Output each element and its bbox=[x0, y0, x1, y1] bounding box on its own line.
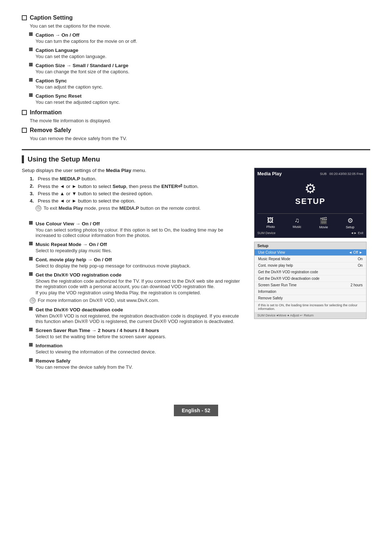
mp-footer: SUM Device ◄► Exit bbox=[257, 231, 363, 235]
caption-sync-reset-item: Caption Sync Reset bbox=[29, 93, 370, 99]
caption-size-label: Caption Size → Small / Standard / Large bbox=[36, 63, 128, 68]
setup-note: Ⓝ To exit Media Play mode, press the MED… bbox=[36, 205, 243, 211]
square-bullet-icon bbox=[29, 78, 33, 82]
caption-setting-section: Caption Setting You can set the captions… bbox=[22, 15, 370, 105]
divx-reg-note: Ⓝ For more information on DivX® VOD, vis… bbox=[30, 298, 243, 303]
caption-sync-reset-desc: You can reset the adjusted caption sync. bbox=[36, 99, 370, 105]
square-bullet-icon bbox=[29, 358, 33, 362]
mp-setup-area: ⚙ SETUP bbox=[257, 179, 363, 210]
caption-sync-desc: You can adjust the caption sync. bbox=[36, 84, 370, 90]
music-repeat-desc: Select to repeatedly play music files. bbox=[36, 248, 243, 253]
step-3: 3. Press the ▲ or ▼ button to select the… bbox=[30, 191, 243, 196]
setup-gear-icon: ⚙ bbox=[305, 182, 316, 195]
divx-reg-item: Get the DivX® VOD registration code bbox=[29, 272, 243, 278]
information-section: Information The movie file information i… bbox=[22, 109, 370, 123]
screen-saver-desc: Select to set the waiting time before th… bbox=[36, 334, 243, 339]
cont-movie-item: Cont. movie play help → On / Off bbox=[29, 257, 243, 262]
setup-steps: 1. Press the MEDIA.P button. 2. Press th… bbox=[30, 176, 243, 204]
caption-sync-label: Caption Sync bbox=[36, 78, 67, 83]
information-title: Information bbox=[30, 109, 62, 116]
sm-row-1: Music Repeat ModeOn bbox=[254, 256, 366, 262]
square-bullet-icon bbox=[29, 328, 33, 331]
footer: English - 52 bbox=[22, 390, 370, 416]
information-heading: Information bbox=[22, 109, 370, 116]
caption-on-off-desc: You can turn the captions for the movie … bbox=[36, 38, 370, 44]
sm-rows: Use Colour View◄ Off ►Music Repeat ModeO… bbox=[254, 249, 366, 302]
cont-movie-desc: Select to display the help pop-up messag… bbox=[36, 263, 243, 269]
checkbox-icon bbox=[22, 15, 27, 20]
movie-icon: 🎬 bbox=[319, 217, 327, 225]
caption-on-off-label: Caption → On / Off bbox=[36, 32, 79, 38]
remove-safely-title: Remove Safely bbox=[30, 127, 71, 134]
setup-menu-title: Using the Setup Menu bbox=[28, 155, 100, 163]
remove-safely-heading: Remove Safely bbox=[22, 127, 370, 134]
setup-label: SETUP bbox=[295, 197, 325, 206]
setup-menu-section: Using the Setup Menu Setup displays the … bbox=[22, 155, 370, 372]
divx-deact-desc: When DivX® VOD is not registered, the re… bbox=[36, 313, 243, 324]
caption-size-desc: You can change the font size of the capt… bbox=[36, 69, 370, 74]
screen-saver-label: Screen Saver Run Time → 2 hours / 4 hour… bbox=[36, 328, 159, 333]
square-bullet-icon bbox=[29, 32, 33, 36]
sm-note: If this is set to ON, the loading time i… bbox=[254, 302, 366, 312]
setup-menu-box: Setup Use Colour View◄ Off ►Music Repeat… bbox=[254, 242, 367, 319]
setup-info-item: Information bbox=[29, 343, 243, 348]
mp-icons-row: 🖼 Photo ♫ Music 🎬 Movie ⚙ Setup bbox=[257, 213, 363, 229]
divx-reg-extra: If you play the VOD registration using M… bbox=[36, 290, 243, 295]
caption-size-item: Caption Size → Small / Standard / Large bbox=[29, 63, 370, 68]
square-bullet-icon bbox=[29, 272, 33, 276]
square-bullet-icon bbox=[29, 221, 33, 225]
remove-safely-section: Remove Safely You can remove the device … bbox=[22, 127, 370, 141]
divx-reg-desc: Shows the registration code authorized f… bbox=[36, 278, 243, 289]
section-title-marker bbox=[22, 155, 24, 163]
setup-intro: Setup displays the user settings of the … bbox=[22, 168, 243, 173]
square-bullet-icon bbox=[29, 343, 33, 347]
remove-safely-desc: You can remove the device safely from th… bbox=[30, 136, 370, 141]
sm-row-0: Use Colour View◄ Off ► bbox=[254, 249, 366, 256]
square-bullet-icon bbox=[29, 242, 33, 245]
step-2: 2. Press the ◄ or ► button to select Set… bbox=[30, 183, 243, 189]
mp-title: Media Play bbox=[257, 171, 282, 176]
cont-movie-label: Cont. movie play help → On / Off bbox=[36, 257, 112, 262]
divx-deact-item: Get the DivX® VOD deactivation code bbox=[29, 307, 243, 312]
mp-icon-music: ♫ Music bbox=[293, 217, 302, 229]
square-bullet-icon bbox=[29, 93, 33, 97]
information-desc: The movie file information is displayed. bbox=[30, 118, 370, 123]
caption-sync-reset-label: Caption Sync Reset bbox=[36, 93, 82, 99]
music-repeat-label: Music Repeat Mode → On / Off bbox=[36, 242, 107, 247]
checkbox-icon bbox=[22, 110, 27, 115]
setup-menu-title-bar: Using the Setup Menu bbox=[22, 155, 370, 163]
setup-info-desc: Select to viewing the information of the… bbox=[36, 349, 243, 355]
note-circle-icon: Ⓝ bbox=[30, 298, 36, 303]
music-icon: ♫ bbox=[295, 217, 300, 224]
setup-remove-item: Remove Safely bbox=[29, 358, 243, 364]
mp-icon-movie: 🎬 Movie bbox=[319, 217, 328, 229]
sm-row-2: Cont. movie play helpOn bbox=[254, 262, 366, 269]
divx-deact-label: Get the DivX® VOD deactivation code bbox=[36, 307, 123, 312]
sm-row-5: Screen Saver Run Time2 hours bbox=[254, 282, 366, 289]
screen-saver-item: Screen Saver Run Time → 2 hours / 4 hour… bbox=[29, 328, 243, 333]
note-circle-icon: Ⓝ bbox=[36, 205, 41, 211]
mp-icon-photo: 🖼 Photo bbox=[266, 217, 275, 229]
caption-setting-title: Caption Setting bbox=[30, 15, 73, 21]
step-1: 1. Press the MEDIA.P button. bbox=[30, 176, 243, 181]
use-colour-view-label: Use Colour View → On / Off bbox=[36, 221, 100, 226]
square-bullet-icon bbox=[29, 63, 33, 66]
caption-setting-heading: Caption Setting bbox=[22, 15, 370, 21]
caption-language-item: Caption Language bbox=[29, 48, 370, 53]
step-4: 4. Press the ◄ or ► button to select the… bbox=[30, 198, 243, 204]
divx-reg-label: Get the DivX® VOD registration code bbox=[36, 272, 122, 278]
mp-icon-setup: ⚙ Setup bbox=[346, 217, 355, 229]
setup-remove-label: Remove Safely bbox=[36, 358, 70, 364]
setup-two-col: Setup displays the user settings of the … bbox=[22, 168, 370, 372]
square-bullet-icon bbox=[29, 307, 33, 311]
sm-header: Setup bbox=[254, 242, 366, 249]
sm-footer: SUM Device ●Move ● Adjust ↩ Return bbox=[254, 312, 366, 319]
photo-icon: 🖼 bbox=[267, 217, 274, 224]
footer-label: English - 52 bbox=[174, 405, 219, 416]
caption-on-off-item: Caption → On / Off bbox=[29, 32, 370, 38]
section-divider bbox=[22, 149, 370, 150]
sm-row-4: Get the DivX® VOD deactivation code bbox=[254, 275, 366, 282]
caption-language-desc: You can set the caption language. bbox=[36, 54, 370, 59]
caption-language-label: Caption Language bbox=[36, 48, 78, 53]
setup-info-label: Information bbox=[36, 343, 62, 348]
